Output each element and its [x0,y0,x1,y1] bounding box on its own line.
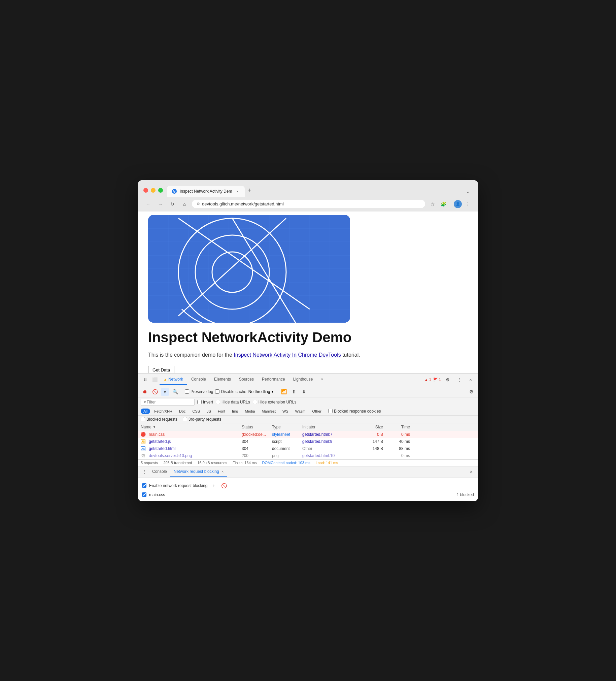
col-header-time[interactable]: Time [383,425,410,429]
row-status: (blocked:de... [242,432,272,437]
browser-menu-button[interactable]: ⋮ [463,199,473,209]
blocked-cookies-label[interactable]: Blocked response cookies [328,409,381,413]
clear-patterns-button[interactable]: 🚫 [220,482,227,489]
devtools-device-icon[interactable]: ⬜ [150,375,160,384]
type-filter-doc[interactable]: Doc [177,408,188,414]
tab-list-chevron[interactable]: ⌄ [463,186,473,197]
type-filter-js[interactable]: JS [204,408,214,414]
network-settings-button[interactable]: ⚙ [467,388,475,396]
bottom-panel-menu[interactable]: ⋮ [141,468,149,476]
devtools-more-button[interactable]: ⋮ [454,375,464,384]
third-party-requests-checkbox[interactable] [183,417,187,421]
col-header-name[interactable]: Name ▼ [141,425,242,429]
heading-part1: Inspect Network [148,329,257,346]
hide-extension-urls-label[interactable]: Hide extension URLs [253,400,297,404]
blocked-requests-checkbox[interactable] [141,417,145,421]
throttle-selector[interactable]: No throttling ▼ [248,389,274,394]
tab-close-button[interactable]: × [235,188,240,194]
tab-console-bottom[interactable]: Console [149,467,170,477]
enable-blocking-checkbox[interactable] [142,483,146,488]
clear-button[interactable]: 🚫 [151,388,159,396]
blocking-item[interactable]: main.css 1 blocked [142,491,474,499]
col-header-initiator[interactable]: Initiator [302,425,356,429]
table-row[interactable]: JS getstarted.js 304 script getstarted.h… [138,438,478,445]
table-row[interactable]: doc getstarted.html 304 document Other 1… [138,445,478,452]
hide-data-urls-checkbox[interactable] [216,400,220,404]
search-button[interactable]: 🔍 [171,388,179,396]
tab-sources[interactable]: Sources [235,374,258,385]
profile-button[interactable]: 👤 [454,200,462,208]
reload-button[interactable]: ↻ [168,199,177,209]
row-status: 304 [242,439,272,444]
tab-network-blocking[interactable]: Network request blocking × [170,467,227,477]
get-data-button[interactable]: Get Data [148,366,175,373]
url-bar[interactable]: ⚙ devtools.glitch.me/network/getstarted.… [192,200,425,208]
hide-data-urls-label[interactable]: Hide data URLs [216,400,250,404]
extensions-button[interactable]: 🧩 [438,199,448,209]
active-tab[interactable]: G Inspect Network Activity Dem × [167,186,245,197]
third-party-requests-label[interactable]: 3rd-party requests [183,417,221,422]
tab-lighthouse[interactable]: Lighthouse [289,374,317,385]
disable-cache-checkbox[interactable] [215,389,219,394]
type-filter-media[interactable]: Media [242,408,258,414]
blocked-requests-label[interactable]: Blocked requests [141,417,178,422]
tab-elements[interactable]: Elements [210,374,235,385]
preserve-log-checkbox[interactable] [185,389,189,394]
type-filter-img[interactable]: Img [229,408,241,414]
hide-extension-urls-checkbox[interactable] [253,400,257,404]
export-har-button[interactable]: ⬇ [300,388,308,396]
bottom-panel-close[interactable]: × [467,468,475,476]
devtools-close-button[interactable]: × [466,375,475,384]
minimize-button[interactable] [151,188,156,193]
preserve-log-label[interactable]: Preserve log [185,389,213,394]
table-row[interactable]: 🔴 main.css (blocked:de... stylesheet get… [138,431,478,438]
import-har-button[interactable]: ⬆ [290,388,298,396]
row-status: 200 [242,453,272,458]
maximize-button[interactable] [158,188,163,193]
home-button[interactable]: ⌂ [180,199,189,209]
type-filter-ws[interactable]: WS [280,408,291,414]
col-header-size[interactable]: Size [356,425,383,429]
type-filter-font[interactable]: Font [215,408,228,414]
record-button[interactable]: ⏺ [141,388,149,396]
tab-network-blocking-close[interactable]: × [221,470,223,474]
disable-cache-label[interactable]: Disable cache [215,389,246,394]
tab-network[interactable]: ▲ Network [160,374,187,385]
col-header-status[interactable]: Status [242,425,272,429]
invert-checkbox[interactable] [197,400,202,404]
close-button[interactable] [143,188,148,193]
enable-blocking-label: Enable network request blocking [149,483,207,488]
tutorial-link[interactable]: Inspect Network Activity In Chrome DevTo… [234,352,341,358]
requests-count: 5 requests [141,461,158,465]
blocking-item-checkbox[interactable] [142,493,146,497]
devtools-settings-button[interactable]: ⚙ [443,375,452,384]
devtools: ⠿ ⬜ ▲ Network Console Elements Sources P… [138,373,478,466]
invert-filter-label[interactable]: Invert [197,400,213,404]
type-filter-wasm[interactable]: Wasm [293,408,308,414]
tab-console[interactable]: Console [187,374,210,385]
blocked-cookies-checkbox[interactable] [328,409,332,413]
tab-performance[interactable]: Performance [258,374,289,385]
bookmark-button[interactable]: ☆ [428,199,437,209]
new-tab-button[interactable]: + [245,184,254,197]
back-button[interactable]: ← [143,199,153,209]
devtools-elements-icon[interactable]: ⠿ [141,375,150,384]
warning-badge: ▲ 1 [425,378,431,382]
type-filter-css[interactable]: CSS [190,408,203,414]
blocked-icon: 🔴 [141,432,145,437]
tab-more[interactable]: » [317,374,327,385]
type-filter-fetch-xhr[interactable]: Fetch/XHR [152,408,175,414]
online-icon[interactable]: 📶 [280,388,288,396]
add-pattern-button[interactable]: + [210,482,217,489]
profile-icon-img: 👤 [456,202,460,206]
forward-button[interactable]: → [156,199,165,209]
col-header-type[interactable]: Type [272,425,302,429]
type-filter-other[interactable]: Other [309,408,324,414]
doc-icon: doc [141,446,145,451]
filter-toggle-button[interactable]: ▼ [161,388,169,396]
type-filter-all[interactable]: All [141,408,150,414]
type-filter-manifest[interactable]: Manifest [259,408,278,414]
filename: devtools.server:510.png [149,453,192,458]
filter-input[interactable] [147,400,187,404]
table-row[interactable]: 🖼 devtools.server:510.png 200 png getsta… [138,452,478,459]
